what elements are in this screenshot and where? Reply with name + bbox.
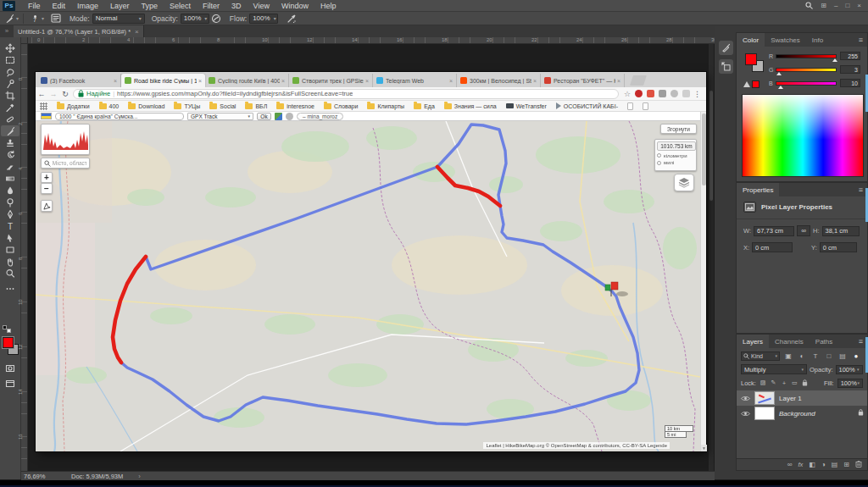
foreground-color-swatch[interactable] — [745, 53, 757, 65]
height-value[interactable]: 38,1 cm — [822, 226, 860, 236]
eraser-tool[interactable] — [1, 161, 19, 172]
y-value[interactable]: 0 cm — [820, 242, 857, 252]
browser-tab[interactable]: Road bike ride Сумы | 10 × — [121, 74, 205, 87]
edit-toolbar-icon[interactable] — [1, 283, 19, 294]
new-layer-icon[interactable]: ⊞ — [843, 461, 849, 468]
bookmark-item[interactable]: Словари — [324, 103, 358, 109]
map-viewport[interactable]: Місто, област + − Згорнути 1010.753 km к… — [36, 121, 700, 451]
filter-toggle-icon[interactable]: ● — [851, 352, 861, 360]
maximize-icon[interactable]: □ — [845, 2, 849, 9]
unit-miles[interactable]: милі — [657, 160, 694, 165]
tab-close-icon[interactable]: × — [281, 78, 285, 84]
layer-row-layer1[interactable]: Layer 1 — [737, 390, 867, 406]
minimize-icon[interactable]: – — [834, 2, 837, 9]
menu-item[interactable]: Help — [314, 0, 342, 12]
extension-icon[interactable] — [670, 90, 678, 97]
browser-tab[interactable]: Telegram Web × — [373, 74, 457, 87]
search-icon[interactable] — [805, 2, 813, 9]
channel-value[interactable]: 3 — [840, 65, 860, 74]
page-scrollbar[interactable]: ▼ — [700, 112, 706, 451]
slider-knob[interactable] — [778, 86, 783, 89]
zoom-out-button[interactable]: − — [41, 183, 53, 194]
layer-style-icon[interactable]: fx — [798, 461, 803, 468]
status-more-icon[interactable]: › — [138, 473, 141, 480]
menu-item[interactable]: Layer — [104, 0, 136, 12]
ruler-corner[interactable] — [21, 37, 28, 44]
default-colors-icon[interactable] — [3, 325, 11, 333]
lock-position-icon[interactable]: + — [781, 380, 787, 386]
foreground-color-swatch[interactable] — [3, 337, 14, 348]
filter-adjustment-icon[interactable]: ◐ — [797, 352, 807, 360]
menu-item[interactable]: Window — [275, 0, 314, 12]
browser-tab[interactable]: (3) Facebook × — [37, 74, 121, 87]
layer-thumbnail[interactable] — [754, 407, 775, 420]
blur-tool[interactable] — [1, 185, 19, 196]
tab-close-icon[interactable]: × — [617, 78, 620, 84]
back-button[interactable]: ← — [36, 90, 47, 98]
path-selection-tool[interactable] — [1, 232, 19, 243]
panel-tab[interactable]: Swatches — [765, 33, 806, 47]
forward-button[interactable]: → — [47, 90, 59, 98]
bookmark-item[interactable]: 400 — [99, 103, 120, 109]
format-select[interactable]: GPX Track▾ — [187, 113, 253, 120]
rectangle-tool[interactable] — [1, 244, 19, 255]
quick-mask-icon[interactable] — [1, 362, 19, 374]
crop-tool[interactable] — [1, 90, 19, 101]
mode-select[interactable]: Normal▾ — [92, 14, 145, 24]
slider-knob[interactable] — [776, 72, 782, 75]
browser-menu-icon[interactable]: ⋮ — [693, 90, 701, 98]
toggle-brush-panel-icon[interactable] — [49, 13, 63, 25]
layer-mask-icon[interactable]: ◧ — [809, 461, 815, 468]
lock-all-icon[interactable] — [802, 379, 809, 387]
filter-kind-select[interactable]: Kind▾ — [741, 351, 780, 361]
radio-icon[interactable] — [657, 161, 661, 165]
quick-selection-tool[interactable] — [1, 78, 19, 89]
clone-source-panel-icon[interactable] — [719, 59, 733, 74]
move-tool[interactable] — [1, 42, 19, 53]
menu-item[interactable]: Filter — [197, 0, 225, 12]
pen-tool[interactable] — [1, 208, 19, 219]
history-brush-tool[interactable] — [1, 149, 19, 160]
canvas-scrollbar[interactable] — [709, 44, 714, 471]
menu-item[interactable]: Image — [71, 0, 104, 12]
gamut-warning[interactable] — [743, 80, 760, 88]
panel-tab[interactable]: Color — [737, 33, 765, 47]
brush-settings-panel-icon[interactable] — [719, 41, 733, 55]
channel-value[interactable]: 10 — [840, 79, 860, 87]
page-bookmark-icon[interactable] — [643, 102, 648, 110]
tab-close-icon[interactable]: × — [365, 78, 369, 84]
visibility-eye-icon[interactable] — [740, 411, 750, 417]
layer-name[interactable]: Layer 1 — [779, 395, 802, 402]
map-layers-button[interactable] — [674, 174, 694, 191]
lock-pixels-icon[interactable]: ✎ — [770, 379, 776, 386]
elevation-profile[interactable] — [41, 124, 90, 155]
eyedropper-tool[interactable] — [1, 102, 19, 113]
screen-mode-icon[interactable] — [1, 378, 19, 389]
extension-icon[interactable] — [659, 90, 666, 97]
extension-icon[interactable] — [682, 90, 690, 97]
type-tool[interactable]: T — [1, 220, 19, 231]
layer-group-icon[interactable]: ▤ — [832, 461, 838, 468]
delete-layer-icon[interactable] — [855, 460, 862, 469]
opacity-select[interactable]: 100%▾ — [181, 14, 209, 24]
bookmark-item[interactable]: Знания — сила — [444, 103, 497, 109]
tab-close-icon[interactable]: × — [114, 78, 117, 84]
bookmark-item[interactable]: Клипарты — [367, 103, 404, 109]
tab-overflow-icon[interactable]: » — [0, 25, 14, 37]
slider-knob[interactable] — [832, 58, 837, 62]
menu-item[interactable]: Type — [136, 0, 164, 12]
panel-tab[interactable]: Properties — [737, 183, 779, 196]
panel-menu-icon[interactable]: ≡ — [859, 33, 867, 47]
brush-tool-preset-icon[interactable] — [3, 13, 16, 25]
clone-stamp-tool[interactable] — [1, 137, 19, 148]
tab-close-icon[interactable]: × — [198, 78, 202, 84]
track-name-input[interactable] — [55, 113, 184, 120]
color-spectrum[interactable] — [742, 94, 864, 177]
panel-tab[interactable]: Paths — [810, 335, 838, 348]
map-search-box[interactable]: Місто, област — [41, 158, 90, 169]
red-slider[interactable] — [776, 54, 837, 58]
dodge-tool[interactable] — [1, 196, 19, 208]
browser-tab[interactable]: 300км | Велосипед | Stra × — [457, 74, 541, 87]
hand-tool[interactable] — [1, 256, 19, 267]
layer-row-background[interactable]: Background — [737, 406, 867, 421]
